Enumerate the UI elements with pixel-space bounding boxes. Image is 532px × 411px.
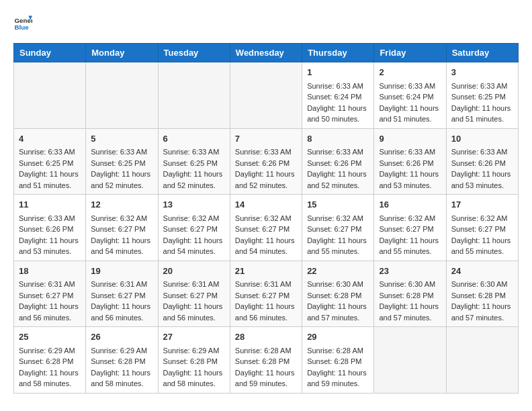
day-detail: Daylight: 11 hours bbox=[451, 103, 513, 114]
day-detail: Sunset: 6:24 PM bbox=[307, 91, 369, 103]
calendar-cell: 20Sunrise: 6:31 AMSunset: 6:27 PMDayligh… bbox=[158, 261, 230, 327]
day-number: 20 bbox=[163, 265, 225, 278]
svg-text:Blue: Blue bbox=[14, 24, 29, 31]
day-number: 5 bbox=[91, 132, 152, 146]
day-detail: Sunrise: 6:32 AM bbox=[379, 213, 441, 224]
day-detail: Daylight: 11 hours bbox=[307, 235, 369, 246]
day-detail: Sunset: 6:26 PM bbox=[379, 158, 441, 169]
day-detail: Sunset: 6:27 PM bbox=[163, 290, 225, 302]
day-detail: and 53 minutes. bbox=[451, 180, 513, 191]
day-detail: Sunset: 6:25 PM bbox=[451, 91, 513, 103]
calendar-cell: 4Sunrise: 6:33 AMSunset: 6:25 PMDaylight… bbox=[14, 128, 86, 195]
day-detail: Sunset: 6:27 PM bbox=[91, 224, 152, 235]
day-detail: and 56 minutes. bbox=[19, 312, 81, 324]
day-detail: Sunrise: 6:30 AM bbox=[379, 279, 441, 290]
day-detail: Sunrise: 6:31 AM bbox=[91, 279, 152, 290]
day-detail: Sunset: 6:26 PM bbox=[235, 158, 297, 169]
day-detail: Daylight: 11 hours bbox=[451, 169, 513, 180]
day-detail: and 58 minutes. bbox=[19, 378, 81, 390]
day-detail: Sunrise: 6:32 AM bbox=[163, 213, 225, 224]
day-number: 15 bbox=[307, 198, 369, 212]
calendar-cell: 28Sunrise: 6:28 AMSunset: 6:28 PMDayligh… bbox=[230, 327, 302, 394]
day-detail: Sunrise: 6:30 AM bbox=[451, 279, 513, 290]
day-detail: Sunrise: 6:30 AM bbox=[307, 279, 369, 290]
calendar-cell: 3Sunrise: 6:33 AMSunset: 6:25 PMDaylight… bbox=[446, 62, 518, 129]
calendar-cell bbox=[230, 62, 302, 129]
calendar-cell: 10Sunrise: 6:33 AMSunset: 6:26 PMDayligh… bbox=[446, 128, 518, 195]
day-detail: Daylight: 11 hours bbox=[91, 235, 152, 246]
day-detail: Daylight: 11 hours bbox=[163, 235, 225, 246]
calendar-cell: 7Sunrise: 6:33 AMSunset: 6:26 PMDaylight… bbox=[230, 128, 302, 195]
calendar-cell: 18Sunrise: 6:31 AMSunset: 6:27 PMDayligh… bbox=[14, 261, 86, 327]
day-detail: Sunset: 6:28 PM bbox=[163, 356, 225, 367]
calendar-cell: 27Sunrise: 6:29 AMSunset: 6:28 PMDayligh… bbox=[158, 327, 230, 394]
day-detail: Sunrise: 6:33 AM bbox=[379, 81, 441, 92]
calendar-cell: 11Sunrise: 6:33 AMSunset: 6:26 PMDayligh… bbox=[14, 195, 86, 261]
day-detail: Sunset: 6:28 PM bbox=[307, 356, 369, 367]
day-detail: Daylight: 11 hours bbox=[307, 103, 369, 114]
day-detail: Sunrise: 6:29 AM bbox=[19, 345, 81, 357]
day-number: 8 bbox=[307, 132, 369, 146]
day-detail: and 53 minutes. bbox=[379, 180, 441, 191]
day-detail: Sunrise: 6:33 AM bbox=[163, 146, 225, 158]
day-number: 18 bbox=[19, 265, 81, 278]
day-detail: Sunset: 6:26 PM bbox=[451, 158, 513, 169]
day-detail: Sunset: 6:26 PM bbox=[19, 224, 81, 235]
day-number: 25 bbox=[19, 330, 81, 344]
day-number: 24 bbox=[451, 265, 513, 278]
day-detail: and 54 minutes. bbox=[235, 246, 297, 257]
day-detail: and 59 minutes. bbox=[235, 378, 297, 390]
day-number: 19 bbox=[91, 265, 152, 278]
day-detail: Sunrise: 6:28 AM bbox=[307, 345, 369, 357]
day-number: 6 bbox=[163, 132, 225, 146]
day-detail: Sunrise: 6:29 AM bbox=[91, 345, 152, 357]
day-detail: Sunrise: 6:33 AM bbox=[451, 81, 513, 92]
day-detail: and 58 minutes. bbox=[163, 378, 225, 390]
day-detail: and 52 minutes. bbox=[235, 180, 297, 191]
day-number: 17 bbox=[451, 198, 513, 212]
day-number: 16 bbox=[379, 198, 441, 212]
calendar-cell: 19Sunrise: 6:31 AMSunset: 6:27 PMDayligh… bbox=[86, 261, 158, 327]
calendar-cell: 9Sunrise: 6:33 AMSunset: 6:26 PMDaylight… bbox=[374, 128, 446, 195]
day-number: 27 bbox=[163, 330, 225, 344]
day-detail: Daylight: 11 hours bbox=[19, 301, 81, 312]
day-detail: and 53 minutes. bbox=[19, 246, 81, 257]
day-detail: Sunset: 6:27 PM bbox=[235, 224, 297, 235]
day-detail: Sunrise: 6:31 AM bbox=[19, 279, 81, 290]
day-detail: Sunrise: 6:33 AM bbox=[307, 81, 369, 92]
day-detail: Sunset: 6:27 PM bbox=[307, 224, 369, 235]
day-number: 13 bbox=[163, 198, 225, 212]
day-detail: Daylight: 11 hours bbox=[91, 301, 152, 312]
day-detail: and 54 minutes. bbox=[163, 246, 225, 257]
day-detail: Daylight: 11 hours bbox=[91, 367, 152, 379]
day-detail: Sunset: 6:25 PM bbox=[19, 158, 81, 169]
day-detail: Sunset: 6:28 PM bbox=[451, 290, 513, 302]
calendar-cell: 15Sunrise: 6:32 AMSunset: 6:27 PMDayligh… bbox=[302, 195, 374, 261]
day-detail: Sunset: 6:26 PM bbox=[307, 158, 369, 169]
day-number: 14 bbox=[235, 198, 297, 212]
day-number: 10 bbox=[451, 132, 513, 146]
day-detail: Daylight: 11 hours bbox=[379, 235, 441, 246]
calendar-cell: 25Sunrise: 6:29 AMSunset: 6:28 PMDayligh… bbox=[14, 327, 86, 394]
day-detail: and 56 minutes. bbox=[235, 312, 297, 324]
day-detail: and 58 minutes. bbox=[91, 378, 152, 390]
day-number: 3 bbox=[451, 66, 513, 79]
day-number: 9 bbox=[379, 132, 441, 146]
calendar-cell bbox=[446, 327, 518, 394]
day-detail: Daylight: 11 hours bbox=[307, 169, 369, 180]
day-detail: Daylight: 11 hours bbox=[379, 169, 441, 180]
day-detail: Sunset: 6:28 PM bbox=[91, 356, 152, 367]
day-detail: Daylight: 11 hours bbox=[91, 169, 152, 180]
day-detail: Sunrise: 6:33 AM bbox=[379, 146, 441, 158]
calendar-cell: 12Sunrise: 6:32 AMSunset: 6:27 PMDayligh… bbox=[86, 195, 158, 261]
day-detail: Daylight: 11 hours bbox=[235, 367, 297, 379]
col-header-sunday: Sunday bbox=[14, 44, 86, 62]
day-detail: Sunset: 6:27 PM bbox=[19, 290, 81, 302]
day-detail: Daylight: 11 hours bbox=[163, 367, 225, 379]
calendar-cell: 29Sunrise: 6:28 AMSunset: 6:28 PMDayligh… bbox=[302, 327, 374, 394]
day-detail: and 55 minutes. bbox=[307, 246, 369, 257]
calendar-cell bbox=[14, 62, 86, 129]
day-detail: Sunrise: 6:29 AM bbox=[163, 345, 225, 357]
day-detail: Daylight: 11 hours bbox=[163, 169, 225, 180]
calendar-cell: 26Sunrise: 6:29 AMSunset: 6:28 PMDayligh… bbox=[86, 327, 158, 394]
